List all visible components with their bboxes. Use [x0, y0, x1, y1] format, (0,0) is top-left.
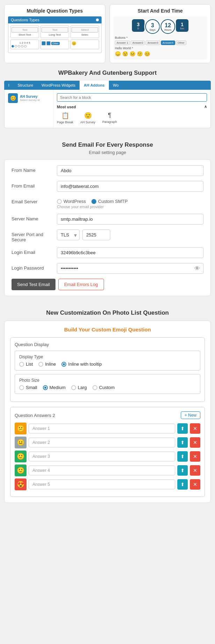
- wpb-tab-l[interactable]: l: [4, 81, 13, 90]
- size-opt-medium[interactable]: Medium: [43, 385, 66, 390]
- qt-smiley-row: 😐: [72, 41, 98, 46]
- size-medium-label: Medium: [50, 385, 66, 390]
- answer-input-5[interactable]: [29, 480, 175, 489]
- custom-emoji-title: Build Your Custom Emoji Question: [10, 327, 205, 332]
- eye-icon[interactable]: 👁: [194, 265, 200, 272]
- answer-upload-1[interactable]: ⬆: [177, 423, 188, 434]
- send-test-email-button[interactable]: Send Test Email: [12, 279, 55, 290]
- answer-input-1[interactable]: [29, 424, 175, 433]
- se-smiley-row: 😞 😟 😐 🙂 😊: [115, 51, 206, 57]
- display-opt-list[interactable]: List: [19, 361, 33, 367]
- wpb-body: 😊 AH Survey Select survey id Most used ∧…: [4, 90, 211, 128]
- wpb-tab-wordpress[interactable]: WordPress Widgets: [37, 81, 80, 90]
- answer-delete-5[interactable]: ✕: [190, 479, 200, 490]
- smiley-neutral: 😐: [129, 51, 135, 57]
- qt-label-long: Long Text: [42, 33, 68, 36]
- qt-header-dot: [96, 19, 99, 21]
- server-name-label: Server Name: [12, 214, 57, 221]
- qt-radio-4: [24, 45, 27, 47]
- answer-upload-3[interactable]: ⬆: [177, 451, 188, 462]
- qt-row-2: 1 2 3 4 5 Other: [10, 39, 99, 49]
- form-row-server-port: Server Port and Secure TLS SSL: [12, 229, 203, 242]
- se-timer-d: 3 D: [132, 19, 144, 32]
- display-opt-inline[interactable]: Inline: [38, 361, 56, 367]
- answer-upload-4[interactable]: ⬆: [177, 465, 188, 476]
- email-errors-log-button[interactable]: Email Errors Log: [58, 279, 104, 290]
- qt-header: Questions Types: [8, 16, 102, 23]
- qt-label-short: Short Text: [12, 33, 38, 36]
- new-answer-button[interactable]: + New: [181, 411, 200, 419]
- answer-delete-3[interactable]: ✕: [190, 451, 200, 462]
- se-timer-hours: 12 Hours: [161, 19, 175, 34]
- se-btn-a1: Answer 1: [115, 41, 130, 45]
- answer-upload-5[interactable]: ⬆: [177, 479, 188, 490]
- qt-item-radio: 1 2 3 4 5: [10, 39, 39, 49]
- login-email-input[interactable]: [57, 247, 203, 258]
- answers-header: Question Answers 2 + New: [15, 411, 200, 419]
- se-btn-a2: Answer2: [131, 41, 145, 45]
- wpb-block-pagebreak: 📋 Page Break: [57, 112, 73, 124]
- size-opt-larg[interactable]: Larg: [71, 385, 87, 390]
- form-row-login-password: Login Password 👁: [12, 263, 203, 274]
- answer-emoji-4: 🙂: [15, 464, 27, 476]
- display-inline-dot: [38, 362, 43, 367]
- smiley-sad: 😞: [115, 51, 121, 57]
- login-email-label: Login Email: [12, 247, 57, 255]
- wpb-widget-name: AH Survey: [20, 95, 39, 98]
- server-name-input[interactable]: [57, 214, 203, 225]
- wordpress-radio-circle: [57, 199, 62, 204]
- display-type-fieldset: Display Type List Inline Inline with too…: [15, 351, 200, 371]
- wpb-tab-structure[interactable]: Structure: [13, 81, 37, 90]
- se-timer-days-label: Days: [150, 29, 156, 31]
- port-select[interactable]: TLS SSL: [57, 229, 80, 240]
- se-btn-other: Other: [176, 41, 186, 45]
- login-password-input[interactable]: [57, 263, 203, 274]
- wpb-left: 😊 AH Survey Select survey id: [5, 90, 53, 128]
- wpb-tab-wo[interactable]: Wo: [109, 81, 123, 90]
- wpb-block-survey: 🙂 AH Survey: [80, 112, 95, 124]
- photo-size-fieldset: Photo Size Small Medium Larg Custom: [15, 374, 200, 394]
- wpb-block-pagebreak-label: Page Break: [57, 120, 73, 124]
- server-port-label: Server Port and Secure: [12, 229, 57, 242]
- wpb-block-pagebreak-icon: 📋: [57, 112, 73, 119]
- answer-row-1: 😕 ⬆ ✕: [15, 423, 200, 434]
- port-value-input[interactable]: [82, 229, 110, 240]
- size-opt-custom[interactable]: Custom: [92, 385, 115, 390]
- email-server-label: Email Server: [12, 197, 57, 204]
- section2-title: Start And End Time: [113, 8, 207, 14]
- answer-input-2[interactable]: [29, 438, 175, 447]
- photo-size-radio-row: Small Medium Larg Custom: [19, 385, 196, 390]
- qt-num-boxes: Other: [42, 41, 68, 45]
- answers-title: Question Answers 2: [15, 413, 55, 418]
- photo-size-legend: Photo Size: [18, 378, 196, 383]
- wpb-section: l Structure WordPress Widgets AH Addons …: [4, 81, 211, 128]
- answer-input-4[interactable]: [29, 466, 175, 475]
- qt-input-select: Select: [72, 27, 98, 32]
- server-option-wordpress[interactable]: WordPress: [57, 199, 86, 204]
- answer-delete-4[interactable]: ✕: [190, 465, 200, 476]
- wpb-tab-addons[interactable]: AH Addons: [80, 81, 109, 90]
- display-type-radio-row: List Inline Inline with tooltip: [19, 361, 196, 367]
- custom-card: Build Your Custom Emoji Question Questio…: [4, 321, 211, 503]
- form-row-from-name: From Name: [12, 165, 203, 176]
- size-custom-dot: [92, 385, 97, 390]
- answer-upload-2[interactable]: ⬆: [177, 437, 188, 448]
- answer-row-5: 😍 ⬆ ✕: [15, 478, 200, 490]
- answer-delete-1[interactable]: ✕: [190, 423, 200, 434]
- server-option-smtp[interactable]: Custom SMTP: [91, 199, 128, 204]
- from-email-input[interactable]: [57, 181, 203, 192]
- wpb-block-paragraph-label: Paragraph: [102, 120, 117, 124]
- size-opt-small[interactable]: Small: [19, 385, 37, 390]
- answer-input-3[interactable]: [29, 452, 175, 461]
- from-name-input[interactable]: [57, 165, 203, 176]
- wpb-search-input[interactable]: [57, 93, 207, 102]
- qt-label-selec: Selec: [72, 33, 98, 36]
- display-opt-tooltip[interactable]: Inline with tooltip: [61, 361, 102, 367]
- size-small-label: Small: [26, 385, 37, 390]
- answer-row-2: 😐 ⬆ ✕: [15, 437, 200, 448]
- answer-delete-2[interactable]: ✕: [190, 437, 200, 448]
- qt-radio-row: [12, 45, 38, 47]
- server-options: WordPress Custom SMTP Choose your email …: [57, 197, 128, 209]
- size-larg-label: Larg: [78, 385, 87, 390]
- question-display-title: Question Display: [15, 342, 200, 347]
